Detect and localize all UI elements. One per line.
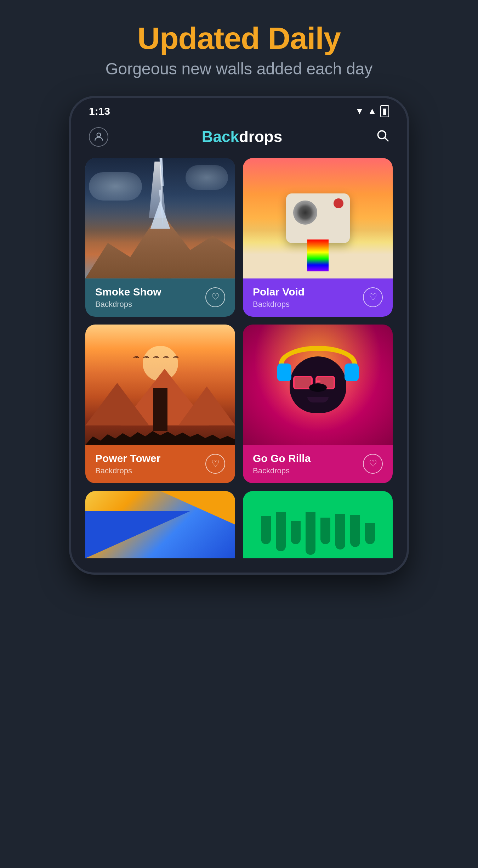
app-header: Backdrops [71,121,407,154]
card-gorilla-heart[interactable]: ♡ [363,454,383,474]
app-logo: Backdrops [202,128,282,146]
svg-point-0 [97,133,101,137]
status-icons: ▼ ▲ ▮ [355,105,389,117]
profile-icon[interactable] [89,127,108,147]
phone-frame: 1:13 ▼ ▲ ▮ Backdrops [69,96,409,575]
card-power-tower-subtitle: Backdrops [95,466,160,475]
card-power-tower-title: Power Tower [95,452,160,465]
card-gorilla-footer: Go Go Rilla Backdrops ♡ [243,445,393,483]
card-power-tower-heart[interactable]: ♡ [205,454,225,474]
card-bottom-left[interactable] [85,491,235,558]
app-logo-drops: drops [239,128,282,145]
status-bar: 1:13 ▼ ▲ ▮ [71,98,407,121]
card-smoke-show-subtitle: Backdrops [95,300,161,309]
card-gorilla-image [243,325,393,445]
polaroid-camera [286,193,350,243]
card-power-tower-image [85,325,235,445]
header-subtitle: Gorgeous new walls added each day [106,59,372,78]
card-polar-void-image [243,158,393,278]
gorilla-face [290,356,346,413]
card-power-tower-footer: Power Tower Backdrops ♡ [85,445,235,483]
signal-icon: ▲ [368,106,377,117]
svg-line-2 [385,138,388,141]
search-icon[interactable] [376,129,389,145]
app-logo-back: Back [202,128,239,145]
card-smoke-show-text: Smoke Show Backdrops [95,286,161,309]
card-polar-void-footer: Polar Void Backdrops ♡ [243,278,393,317]
card-smoke-show[interactable]: Smoke Show Backdrops ♡ [85,158,235,317]
card-polar-void-title: Polar Void [253,286,305,298]
bird-silhouettes [133,356,178,359]
card-gorilla-text: Go Go Rilla Backdrops [253,452,311,475]
card-smoke-show-image [85,158,235,278]
card-polar-void-text: Polar Void Backdrops [253,286,305,309]
card-bottom-right[interactable] [243,491,393,558]
card-smoke-show-footer: Smoke Show Backdrops ♡ [85,278,235,317]
header-section: Updated Daily Gorgeous new walls added e… [106,21,372,78]
card-bottom-right-image [243,491,393,558]
card-polar-void-subtitle: Backdrops [253,300,305,309]
battery-icon: ▮ [380,105,389,117]
card-polar-void-heart[interactable]: ♡ [363,287,383,307]
card-power-tower[interactable]: Power Tower Backdrops ♡ [85,325,235,483]
card-polar-void[interactable]: Polar Void Backdrops ♡ [243,158,393,317]
card-power-tower-text: Power Tower Backdrops [95,452,160,475]
card-gorilla[interactable]: Go Go Rilla Backdrops ♡ [243,325,393,483]
card-gorilla-subtitle: Backdrops [253,466,311,475]
card-smoke-show-title: Smoke Show [95,286,161,298]
wifi-icon: ▼ [355,106,364,117]
card-grid: Smoke Show Backdrops ♡ Polar Void [71,154,407,558]
drip-row [243,512,393,555]
card-bottom-left-image [85,491,235,558]
card-smoke-show-heart[interactable]: ♡ [205,287,225,307]
header-title: Updated Daily [106,21,372,56]
card-gorilla-title: Go Go Rilla [253,452,311,465]
status-time: 1:13 [89,105,110,117]
